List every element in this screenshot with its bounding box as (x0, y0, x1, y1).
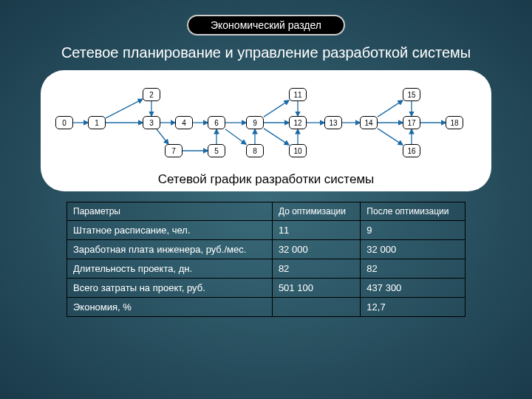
section-badge: Экономический раздел (187, 15, 345, 35)
diagram-node: 4 (175, 116, 193, 129)
param-name: Заработная плата инженера, руб./мес. (67, 240, 273, 259)
diagram-node: 0 (55, 116, 73, 129)
diagram-node: 12 (289, 116, 307, 129)
col-params: Параметры (67, 202, 273, 221)
value-after: 82 (361, 259, 466, 279)
diagram-node: 6 (208, 116, 225, 129)
diagram-node: 5 (208, 144, 225, 157)
diagram-edge (264, 129, 289, 145)
table-row: Заработная плата инженера, руб./мес.32 0… (67, 240, 466, 259)
value-before: 82 (272, 259, 360, 279)
page-title: Сетевое планирование и управление разраб… (0, 44, 532, 61)
param-name: Длительность проекта, дн. (67, 259, 273, 279)
diagram-caption: Сетевой график разработки системы (55, 172, 477, 187)
table-header-row: Параметры До оптимизации После оптимизац… (67, 202, 466, 221)
diagram-edge (264, 100, 289, 117)
table-row: Экономия, %12,7 (67, 298, 466, 317)
param-name: Экономия, % (67, 298, 273, 317)
diagram-edge (378, 129, 403, 145)
value-after: 12,7 (361, 298, 466, 317)
table-row: Всего затраты на проект, руб.501 100437 … (67, 279, 466, 298)
diagram-node: 10 (289, 144, 307, 157)
col-after: После оптимизации (361, 202, 466, 221)
diagram-node: 1 (88, 116, 106, 129)
value-after: 437 300 (361, 279, 466, 298)
col-before: До оптимизации (272, 202, 360, 221)
value-before: 501 100 (272, 279, 360, 298)
diagram-edge (378, 100, 403, 117)
value-before: 11 (272, 221, 360, 240)
value-after: 32 000 (361, 240, 466, 259)
value-before (272, 298, 360, 317)
diagram-node: 11 (289, 88, 307, 101)
diagram-node: 15 (403, 88, 420, 101)
diagram-node: 14 (360, 116, 378, 129)
diagram-node: 17 (403, 116, 420, 129)
value-after: 9 (361, 221, 466, 240)
diagram-node: 9 (246, 116, 264, 129)
diagram-node: 13 (324, 116, 342, 129)
diagram-node: 18 (446, 116, 463, 129)
param-name: Штатное расписание, чел. (67, 221, 273, 240)
value-before: 32 000 (272, 240, 360, 259)
diagram-node: 2 (143, 88, 160, 101)
parameters-table: Параметры До оптимизации После оптимизац… (66, 202, 466, 317)
param-name: Всего затраты на проект, руб. (67, 279, 273, 298)
diagram-node: 16 (403, 144, 420, 157)
diagram-edge (157, 129, 168, 144)
table-row: Штатное расписание, чел.119 (67, 221, 466, 240)
diagram-panel: 0123456789101112131415161718 Сетевой гра… (41, 70, 491, 191)
diagram-edge (225, 129, 246, 144)
diagram-edge (106, 99, 143, 118)
network-diagram: 0123456789101112131415161718 (55, 81, 477, 169)
diagram-node: 7 (165, 144, 183, 157)
table-row: Длительность проекта, дн.8282 (67, 259, 466, 279)
diagram-node: 8 (246, 144, 264, 157)
diagram-node: 3 (143, 116, 160, 129)
